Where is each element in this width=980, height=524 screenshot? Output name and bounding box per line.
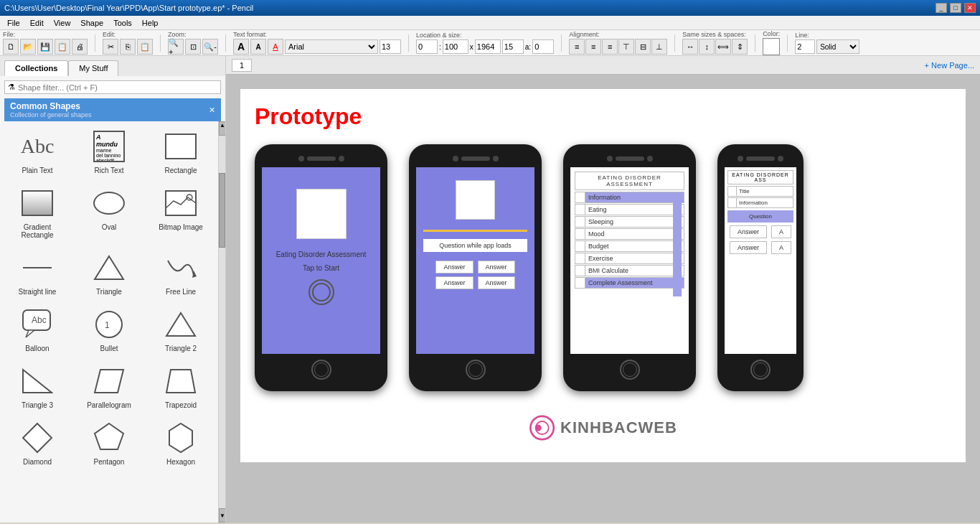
menu-tools[interactable]: Tools [109,17,136,29]
watermark-logo [529,415,555,441]
menu-file[interactable]: File [3,17,24,29]
phone2-answer2[interactable]: Answer [478,261,515,273]
page-tab-1[interactable]: 1 [232,59,252,72]
height-input[interactable] [475,39,501,54]
tab-collections[interactable]: Collections [4,60,68,76]
phone1-home-inner [314,362,329,377]
font-smaller-button[interactable]: A [250,39,266,55]
phone2-answer1[interactable]: Answer [435,261,473,273]
shape-rectangle[interactable]: Rectangle [146,124,215,178]
shape-free-line[interactable]: Free Line [146,245,215,299]
shape-triangle3[interactable]: Triangle 3 [3,359,72,413]
shape-triangle2[interactable]: Triangle 2 [146,302,215,356]
align-middle-button[interactable]: ⊟ [635,39,651,55]
angle-input[interactable] [532,39,554,54]
menu-shape[interactable]: Shape [76,17,108,29]
phone3-mood-row[interactable]: Mood [575,228,684,240]
menu-help[interactable]: Help [138,17,163,29]
scroll-down[interactable]: ▼ [219,508,225,523]
font-bigger-button[interactable]: A [233,39,249,55]
cut-button[interactable]: ✂ [103,39,118,55]
phone3-bmi-row[interactable]: BMI Calculate [575,265,684,276]
shape-triangle[interactable]: Triangle [75,245,143,299]
shape-diamond[interactable]: Diamond [3,416,72,469]
menu-view[interactable]: View [50,17,75,29]
shape-pentagon[interactable]: Pentagon [75,416,143,469]
line-width-input[interactable] [795,39,815,54]
phone2-answer3[interactable]: Answer [435,276,473,289]
phone3-budget-row[interactable]: Budget [575,240,684,252]
phone4-row-info[interactable]: Information [727,197,793,208]
width-input[interactable] [443,39,468,54]
svg-text:Abc: Abc [32,315,47,325]
same-width-button[interactable]: ↔ [682,39,698,55]
y-input[interactable] [502,39,524,54]
phone3-complete-row[interactable]: Complete Assessment [575,277,684,289]
copy-button[interactable]: ⎘ [120,39,136,55]
zoom-fit-button[interactable]: ⊡ [185,39,201,55]
scroll-thumb[interactable] [219,173,225,248]
line-style-select[interactable]: Solid Dashed [816,39,859,54]
zoom-in-button[interactable]: 🔍+ [168,39,184,55]
phone2-answer4[interactable]: Answer [478,276,515,289]
shape-oval[interactable]: Oval [75,181,143,243]
menu-edit[interactable]: Edit [26,17,48,29]
phone3-exercise-row[interactable]: Exercise [575,253,684,264]
scroll-up[interactable]: ▲ [219,121,225,136]
new-page-button[interactable]: + New Page... [925,61,974,70]
shape-hexagon[interactable]: Hexagon [146,416,215,469]
new-button[interactable]: 🗋 [3,39,19,55]
shape-plain-text[interactable]: Abc Plain Text [3,124,72,178]
shape-bullet[interactable]: 1 Bullet [75,302,143,356]
paste-button[interactable]: 📋 [137,39,153,55]
zoom-out-button[interactable]: 🔍- [202,39,218,55]
left-scrollbar[interactable]: ▲ ▼ [218,121,225,523]
phone4-answer1[interactable]: Answer [730,225,767,238]
phone4-answer4[interactable]: A [771,241,791,254]
space-v-button[interactable]: ⇕ [732,39,748,55]
open-button[interactable]: 📂 [20,39,36,55]
search-input[interactable] [18,83,217,92]
phone4-home[interactable] [750,360,771,380]
close-collection-icon[interactable]: ✕ [209,106,215,115]
color-picker[interactable] [763,38,780,55]
font-select[interactable]: Arial [285,39,378,54]
line-label: Line: [795,32,809,39]
phone3-home[interactable] [620,360,640,380]
svg-point-17 [530,416,553,439]
shape-bitmap[interactable]: Bitmap Image [146,181,215,243]
close-button[interactable]: ✕ [964,3,976,13]
canvas-area: 1 + New Page... Prototype [226,56,980,523]
phone3-info-row[interactable]: Information [575,192,684,203]
shape-straight-line[interactable]: Straight line [3,245,72,299]
shape-trapezoid[interactable]: Trapezoid [146,359,215,413]
shape-gradient-rectangle[interactable]: Gradient Rectangle [3,181,72,243]
phone1-home[interactable] [311,360,331,380]
phone3-sleeping-row[interactable]: Sleeping [575,216,684,228]
align-top-button[interactable]: ⊤ [618,39,634,55]
phone4-answer3[interactable]: Answer [730,241,767,254]
align-right-button[interactable]: ≡ [602,39,618,55]
font-size-input[interactable]: 13 [380,39,401,54]
save-as-button[interactable]: 📋 [55,39,70,55]
shape-balloon[interactable]: Abc Balloon [3,302,72,356]
align-center-button[interactable]: ≡ [585,39,601,55]
phone4-answer2[interactable]: A [771,225,791,238]
same-height-button[interactable]: ↕ [699,39,715,55]
minimize-button[interactable]: _ [936,3,947,13]
space-h-button[interactable]: ⟺ [715,39,731,55]
x-input[interactable] [416,39,438,54]
align-bottom-button[interactable]: ⊥ [651,39,667,55]
align-left-button[interactable]: ≡ [569,39,585,55]
shape-rich-text[interactable]: A mundu marine del tannino absciidit Ric… [75,124,143,178]
shape-parallelogram[interactable]: Parallelogram [75,359,143,413]
font-color-button[interactable]: A [268,39,283,55]
phone4-row-title[interactable]: Title [727,186,793,197]
tab-mystuff[interactable]: My Stuff [68,60,118,76]
maximize-button[interactable]: □ [950,3,961,13]
save-button[interactable]: 💾 [37,39,53,55]
window-controls[interactable]: _ □ ✕ [936,3,976,13]
phone3-eating-row[interactable]: Eating [575,204,684,215]
print-button[interactable]: 🖨 [72,39,88,55]
phone2-home[interactable] [466,360,486,380]
